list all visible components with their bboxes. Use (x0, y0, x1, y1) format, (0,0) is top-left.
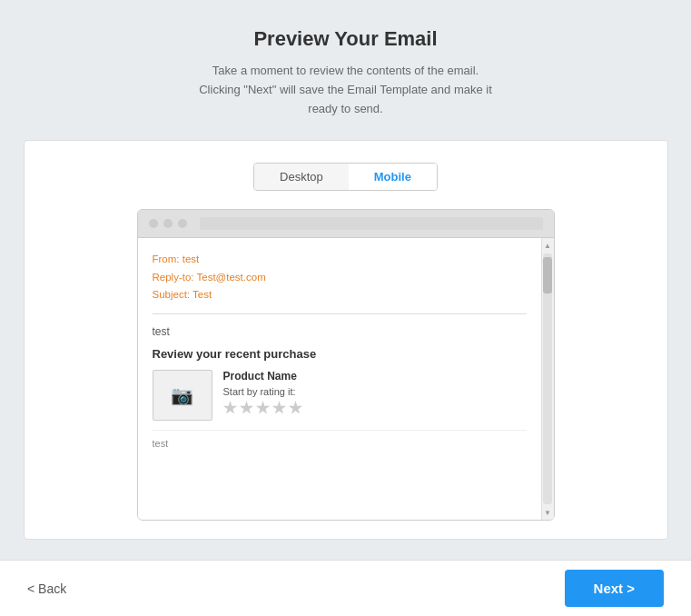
product-name: Product Name (223, 370, 303, 383)
star-2 (240, 401, 254, 415)
email-review-heading: Review your recent purchase (153, 347, 527, 361)
product-rating-text: Start by rating it: (223, 386, 303, 397)
star-rating (223, 401, 303, 415)
star-3 (256, 401, 271, 415)
scrollbar[interactable]: ▲ ▼ (541, 238, 554, 520)
browser-body: From: test Reply-to: Test@test.com Subje… (138, 238, 554, 520)
browser-topbar (138, 210, 554, 238)
email-body-text: test (153, 325, 527, 338)
browser-urlbar (200, 217, 543, 230)
email-reply-to: Reply-to: Test@test.com (153, 269, 527, 287)
product-image-icon: 📷 (171, 384, 193, 406)
page-title: Preview Your Email (253, 27, 437, 51)
star-5 (289, 401, 303, 415)
email-from: From: test (153, 251, 527, 269)
browser-dot-3 (178, 219, 187, 228)
email-footer-text: test (153, 430, 527, 449)
star-4 (272, 401, 287, 415)
email-meta: From: test Reply-to: Test@test.com Subje… (153, 251, 527, 314)
next-button[interactable]: Next > (565, 570, 664, 607)
preview-card: Desktop Mobile From: test Reply-to: Test… (24, 140, 668, 540)
browser-dot-1 (149, 219, 158, 228)
tab-mobile[interactable]: Mobile (349, 164, 437, 190)
subtitle-line1: Take a moment to review the contents of … (212, 64, 479, 77)
scroll-track[interactable] (543, 253, 552, 504)
scroll-up-arrow[interactable]: ▲ (542, 240, 553, 251)
product-row: 📷 Product Name Start by rating it: (153, 370, 527, 421)
subtitle-line2: Clicking "Next" will save the Email Temp… (199, 83, 492, 96)
browser-dot-2 (163, 219, 173, 228)
product-image-placeholder: 📷 (153, 370, 212, 421)
tab-bar: Desktop Mobile (253, 163, 438, 191)
scroll-down-arrow[interactable]: ▼ (542, 507, 553, 518)
product-info: Product Name Start by rating it: (223, 370, 303, 415)
browser-mockup: From: test Reply-to: Test@test.com Subje… (137, 209, 555, 521)
email-content-area: From: test Reply-to: Test@test.com Subje… (138, 238, 541, 520)
tab-desktop[interactable]: Desktop (254, 164, 349, 190)
star-1 (223, 401, 238, 415)
scroll-thumb[interactable] (543, 257, 552, 293)
email-subject: Subject: Test (153, 286, 527, 304)
footer-bar: < Back Next > (0, 560, 691, 616)
back-button[interactable]: < Back (27, 581, 66, 596)
subtitle-line3: ready to send. (308, 102, 382, 115)
page-subtitle: Take a moment to review the contents of … (199, 62, 492, 118)
main-content: Preview Your Email Take a moment to revi… (0, 0, 691, 560)
